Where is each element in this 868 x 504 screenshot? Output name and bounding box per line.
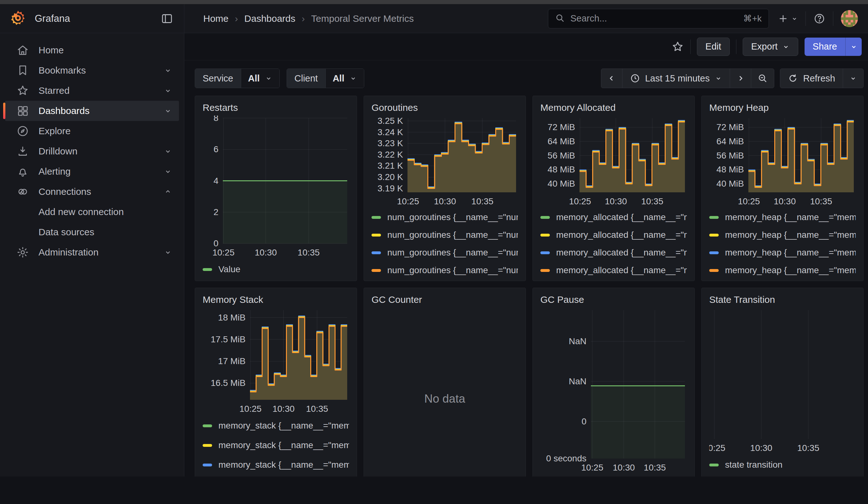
svg-text:NaN: NaN xyxy=(569,336,587,346)
panel-title[interactable]: State Transition xyxy=(709,294,856,305)
legend-item[interactable]: num_goroutines {__name__="num_goroutines… xyxy=(372,266,518,275)
grafana-logo[interactable] xyxy=(9,10,27,28)
legend-item[interactable]: state transition xyxy=(709,459,856,471)
share-menu-caret[interactable] xyxy=(845,38,862,56)
sidebar-item-home[interactable]: Home xyxy=(5,40,179,60)
sidebar-item-starred[interactable]: Starred xyxy=(5,81,179,101)
legend-item[interactable]: memory_heap {__name__="memory_heap" xyxy=(709,213,856,222)
client-filter-value[interactable]: All xyxy=(326,69,364,88)
panel-legend: num_goroutines {__name__="num_goroutines… xyxy=(372,213,518,275)
panel-title[interactable]: GC Pause xyxy=(540,294,687,305)
legend-item[interactable]: memory_stack {__name__="memory_stack" xyxy=(203,420,349,431)
sidebar-item-explore[interactable]: Explore xyxy=(5,121,179,141)
svg-text:10:35: 10:35 xyxy=(797,443,819,453)
legend-item[interactable]: memory_allocated {__name__="memory_alloc… xyxy=(540,213,687,222)
panel-gc-counter: GC CounterNo data xyxy=(364,288,526,476)
series-label: memory_stack {__name__="memory_stack" xyxy=(218,440,349,450)
sidebar-item-label: Home xyxy=(39,45,64,55)
legend-item[interactable]: memory_allocated {__name__="memory_alloc… xyxy=(540,248,687,257)
svg-text:64 MiB: 64 MiB xyxy=(548,136,575,146)
legend-item[interactable]: memory_stack {__name__="memory_stack" xyxy=(203,440,349,451)
series-color-dash xyxy=(372,234,381,237)
sidebar-item-connections[interactable]: Connections xyxy=(5,182,179,202)
series-label: memory_stack {__name__="memory_stack" xyxy=(218,460,349,470)
svg-text:10:35: 10:35 xyxy=(298,248,320,257)
svg-text:16.5 MiB: 16.5 MiB xyxy=(211,378,246,388)
service-filter-value[interactable]: All xyxy=(241,69,279,88)
refresh-interval-caret[interactable] xyxy=(843,69,863,88)
legend-item[interactable]: num_goroutines {__name__="num_goroutines… xyxy=(372,230,518,240)
service-filter: Service All xyxy=(195,69,280,88)
legend-item[interactable]: Value xyxy=(203,264,349,275)
svg-text:10:25: 10:25 xyxy=(213,248,235,257)
timeseries-chart: 18 MiB17.5 MiB17 MiB16.5 MiB10:2510:3010… xyxy=(203,308,349,415)
zoom-out-time-button[interactable] xyxy=(751,69,774,88)
svg-text:10:30: 10:30 xyxy=(774,196,796,206)
legend-item[interactable]: num_goroutines {__name__="num_goroutines… xyxy=(372,248,518,257)
add-new-button[interactable] xyxy=(778,13,798,24)
panel-title[interactable]: Memory Allocated xyxy=(540,102,687,113)
breadcrumb-item[interactable]: Home xyxy=(203,13,228,24)
refresh-button[interactable]: Refresh xyxy=(780,69,843,88)
breadcrumb: Home›Dashboards›Temporal Server Metrics xyxy=(203,13,414,24)
panel-title[interactable]: Restarts xyxy=(203,102,349,113)
sidebar-item-administration[interactable]: Administration xyxy=(5,242,179,263)
svg-text:3.22 K: 3.22 K xyxy=(378,150,403,160)
legend-item[interactable]: memory_heap {__name__="memory_heap" xyxy=(709,230,856,240)
chevron-down-icon xyxy=(715,74,722,82)
search-input[interactable]: Search... ⌘+k xyxy=(548,9,769,28)
time-range-picker[interactable]: Last 15 minutes xyxy=(622,69,730,88)
panel-title[interactable]: Memory Stack xyxy=(203,294,349,305)
panel-legend: Value xyxy=(203,264,349,275)
legend-item[interactable]: memory_stack {__name__="memory_stack" xyxy=(203,459,349,471)
dashboard-variables-row: Service All Client All xyxy=(195,69,864,88)
sidebar-item-label: Alerting xyxy=(39,166,71,177)
series-color-dash xyxy=(709,234,719,237)
user-avatar[interactable] xyxy=(841,10,858,27)
top-nav-main: Home›Dashboards›Temporal Server Metrics … xyxy=(184,4,868,33)
series-label: num_goroutines {__name__="num_goroutines… xyxy=(387,213,518,222)
export-button[interactable]: Export xyxy=(743,38,798,56)
legend-item[interactable]: memory_heap {__name__="memory_heap" xyxy=(709,266,856,275)
legend-item[interactable]: memory_allocated {__name__="memory_alloc… xyxy=(540,230,687,240)
svg-text:10:25: 10:25 xyxy=(709,443,725,453)
svg-text:8: 8 xyxy=(213,116,218,123)
series-label: memory_allocated {__name__="memory_alloc… xyxy=(556,266,687,275)
help-icon[interactable] xyxy=(813,13,825,25)
edit-button[interactable]: Edit xyxy=(697,38,730,56)
apps-icon xyxy=(17,104,29,117)
panel-title[interactable]: GC Counter xyxy=(372,294,518,305)
window-title-strip xyxy=(0,0,868,4)
time-shift-forward-button[interactable] xyxy=(730,69,751,88)
sidebar-item-bookmarks[interactable]: Bookmarks xyxy=(5,60,179,81)
svg-text:10:25: 10:25 xyxy=(569,196,591,206)
share-button[interactable]: Share xyxy=(805,38,845,56)
series-color-dash xyxy=(372,251,381,254)
series-label: num_goroutines {__name__="num_goroutines… xyxy=(387,230,518,240)
time-shift-back-button[interactable] xyxy=(601,69,622,88)
breadcrumb-item[interactable]: Dashboards xyxy=(244,13,296,24)
sidebar-item-add-new-connection[interactable]: Add new connection xyxy=(5,202,179,222)
svg-text:0 seconds: 0 seconds xyxy=(546,453,587,463)
sidebar-item-alerting[interactable]: Alerting xyxy=(5,161,179,182)
panel-title[interactable]: Goroutines xyxy=(372,102,518,113)
sidebar-item-label: Starred xyxy=(39,85,70,96)
legend-item[interactable]: num_goroutines {__name__="num_goroutines… xyxy=(372,213,518,222)
svg-text:10:35: 10:35 xyxy=(810,196,832,206)
sidebar-item-drilldown[interactable]: Drilldown xyxy=(5,141,179,161)
svg-text:3.23 K: 3.23 K xyxy=(378,138,403,148)
brand-title: Grafana xyxy=(35,13,70,24)
panel-title[interactable]: Memory Heap xyxy=(709,102,856,113)
star-dashboard-icon[interactable] xyxy=(671,40,684,53)
sidebar-item-label: Explore xyxy=(39,126,71,136)
series-color-dash xyxy=(709,464,719,466)
breadcrumb-item: Temporal Server Metrics xyxy=(311,13,414,24)
svg-text:3.25 K: 3.25 K xyxy=(378,116,403,126)
dock-sidebar-icon[interactable] xyxy=(161,12,173,25)
sidebar-item-dashboards[interactable]: Dashboards xyxy=(5,101,179,121)
timeseries-chart: 3.25 K3.24 K3.23 K3.22 K3.21 K3.20 K3.19… xyxy=(372,116,518,207)
sidebar-item-data-sources[interactable]: Data sources xyxy=(5,222,179,242)
legend-item[interactable]: memory_heap {__name__="memory_heap" xyxy=(709,248,856,257)
legend-item[interactable]: memory_allocated {__name__="memory_alloc… xyxy=(540,266,687,275)
series-label: memory_heap {__name__="memory_heap" xyxy=(725,266,856,275)
